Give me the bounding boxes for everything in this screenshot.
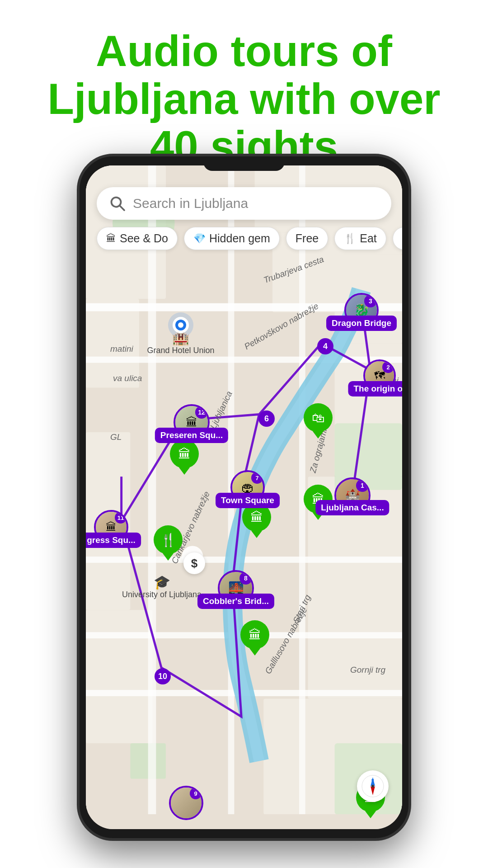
green-marker-museum1: 🏛 [170,439,199,473]
university-marker: 🎓 University of Ljubljana [122,574,202,599]
street-label-va-ulica: va ulica [113,373,142,383]
green-marker-bag: 🛍 [304,403,333,437]
svg-text:N: N [371,778,374,782]
filter-eat[interactable]: 🍴 Eat [334,227,386,250]
street-label-gl: GL [110,432,122,442]
poi-7[interactable]: 7 🏟 Town Square [230,470,265,505]
green-marker-food: 🍴 [154,525,183,559]
compass: N [357,770,389,802]
route-node-10: 10 [155,668,171,684]
poi-7-label: Town Square [216,493,280,508]
hotel-label: Grand Hotel Union [147,346,214,355]
filter-free[interactable]: Free [286,227,328,250]
search-bar[interactable]: Search in Ljubljana [97,187,391,220]
route-node-4: 4 [317,338,333,354]
current-location [167,311,194,340]
poi-9[interactable]: 9 [169,786,203,820]
map-area: Trubarjeva cesta Petkovškovo nabrežje Lj… [86,165,402,829]
see-do-icon: 🏛 [106,233,116,245]
hidden-gem-icon: 💎 [193,233,206,245]
street-label-gornji-trg: Gornji trg [350,665,385,675]
free-label: Free [296,232,319,245]
green-marker-museum4: 🏛 [240,620,269,654]
route-node-6: 6 [258,410,275,427]
poi-3-label: Dragon Bridge [326,316,397,331]
poi-8-label: Cobbler's Brid... [197,594,274,609]
poi-11[interactable]: 11 🏛 gress Squ... [94,510,128,544]
filter-shop[interactable]: 🛍 Sh... [393,227,402,250]
poi-3[interactable]: 3 🐉 Dragon Bridge [344,293,379,327]
poi-1[interactable]: 1 🏰 Ljubljana Cas... [334,477,371,514]
see-do-label: See & Do [120,232,168,245]
search-placeholder: Search in Ljubljana [133,196,248,211]
street-label-matini: matini [110,344,133,354]
eat-label: Eat [360,232,377,245]
poi-11-label: gress Squ... [86,533,141,548]
poi-8[interactable]: 8 🌉 Cobbler's Brid... [218,570,254,606]
poi-2[interactable]: 2 🗺 The origin of [363,359,396,392]
phone-frame: Trubarjeva cesta Petkovškovo nabrežje Lj… [77,154,411,841]
hidden-gem-label: Hidden gem [209,232,270,245]
header-title: Audio tours of Ljubljana with over 40 si… [36,27,452,170]
poi-2-label: The origin of [348,381,402,396]
eat-icon: 🍴 [344,233,356,245]
poi-12-label: Preseren Squ... [155,428,228,443]
svg-point-28 [178,322,183,328]
phone-notch [203,156,285,171]
svg-rect-9 [86,610,152,743]
filter-see-do[interactable]: 🏛 See & Do [97,227,178,250]
search-icon [109,195,126,212]
poi-12[interactable]: 12 🏛 Preseren Squ... [174,404,210,440]
svg-line-35 [120,206,124,210]
filter-pills: 🏛 See & Do 💎 Hidden gem Free 🍴 Eat 🛍 Sh.… [92,227,396,250]
money-marker: $ [183,552,205,574]
filter-hidden-gem[interactable]: 💎 Hidden gem [184,227,280,250]
svg-point-32 [371,785,374,788]
poi-1-label: Ljubljana Cas... [315,500,389,515]
phone-screen: Trubarjeva cesta Petkovškovo nabrežje Lj… [86,165,402,829]
svg-rect-21 [148,165,156,814]
